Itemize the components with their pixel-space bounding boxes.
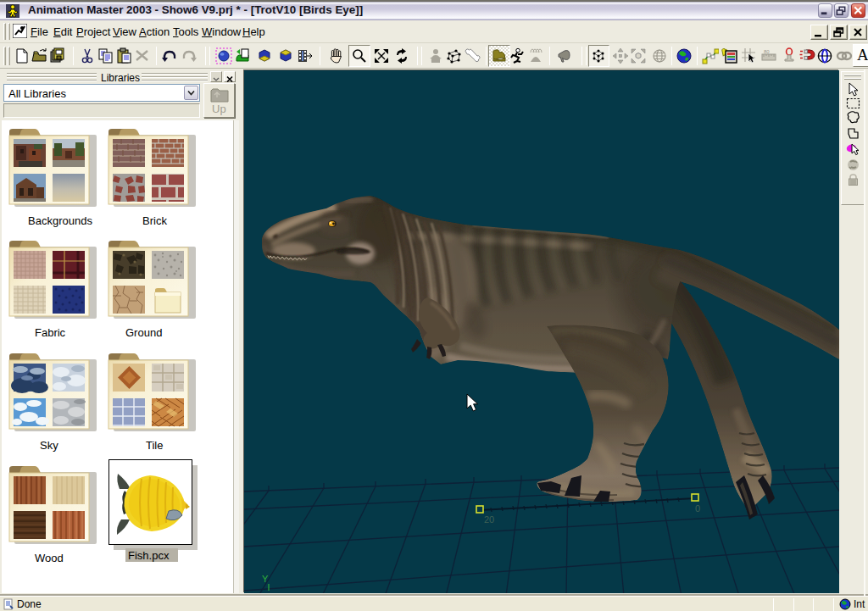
- svg-text:Brick: Brick: [142, 214, 167, 227]
- svg-text:Wood: Wood: [35, 552, 64, 564]
- svg-text:Fish.pcx: Fish.pcx: [128, 549, 170, 562]
- svg-text:Backgrounds: Backgrounds: [28, 214, 92, 227]
- svg-text:Y: Y: [262, 574, 269, 584]
- svg-text:Fabric: Fabric: [35, 326, 66, 339]
- svg-text:Sky: Sky: [40, 439, 58, 452]
- svg-text:Tile: Tile: [146, 439, 163, 452]
- svg-text:80: 80: [764, 49, 770, 54]
- svg-text:Ground: Ground: [125, 326, 162, 339]
- svg-text:20: 20: [484, 514, 494, 525]
- svg-text:0: 0: [695, 503, 700, 514]
